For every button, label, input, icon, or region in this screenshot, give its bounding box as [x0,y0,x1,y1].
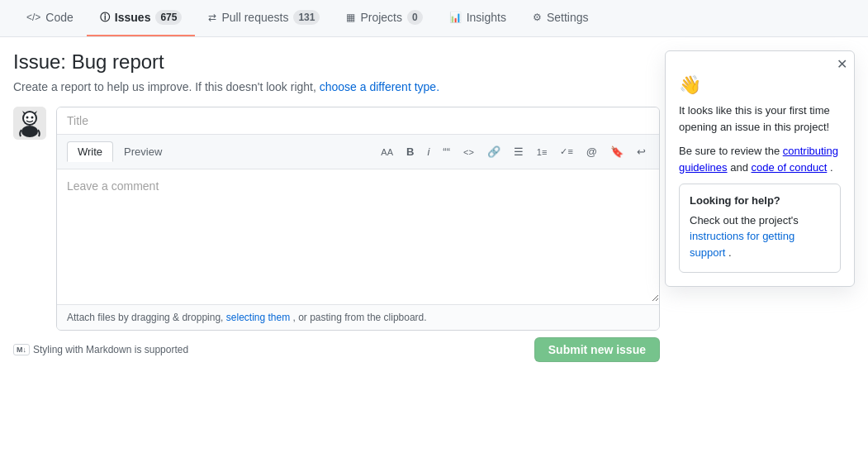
avatar [13,107,46,140]
issue-form: Write Preview AA B i ““ <> 🔗 ☰ 1≡ ✓≡ @ [13,107,660,331]
subtitle: Create a report to help us improve. If t… [13,80,660,93]
ordered-list-icon[interactable]: 1≡ [534,145,551,159]
insights-icon: 📊 [449,12,462,23]
page-title: Issue: Bug report [13,50,660,74]
select-files-link[interactable]: selecting them [226,312,290,323]
projects-icon: ▦ [346,12,355,23]
form-footer: M↓ Styling with Markdown is supported Su… [13,337,660,362]
undo-icon[interactable]: ↩ [633,144,649,160]
svg-point-5 [21,126,38,137]
bold-icon[interactable]: B [403,144,417,160]
issues-icon: ⓘ [100,11,110,25]
tooltip-body: 👋 It looks like this is your first time … [666,71,854,286]
tooltip-text2: Be sure to review the contributing guide… [679,143,841,175]
issues-badge: 675 [155,10,182,25]
markdown-icon: M↓ [13,344,30,355]
unordered-list-icon[interactable]: ☰ [510,144,527,160]
write-preview-tabs: Write Preview [67,141,173,162]
comment-textarea[interactable] [57,169,659,302]
pr-icon: ⇄ [208,12,216,23]
left-section: Issue: Bug report Create a report to hel… [13,50,660,362]
attach-area: Attach files by dragging & dropping, sel… [57,304,659,330]
font-size-icon[interactable]: AA [377,145,396,159]
help-title: Looking for help? [690,193,830,209]
quote-icon[interactable]: ““ [439,144,453,160]
italic-icon[interactable]: i [424,144,433,160]
form-body: Write Preview AA B i ““ <> 🔗 ☰ 1≡ ✓≡ @ [56,107,660,331]
settings-icon: ⚙ [533,12,542,23]
wave-emoji: 👋 [679,74,841,96]
tooltip-popup: ✕ 👋 It looks like this is your first tim… [665,50,855,287]
tooltip-text1: It looks like this is your first time op… [679,103,841,135]
toolbar-icons: AA B i ““ <> 🔗 ☰ 1≡ ✓≡ @ 🔖 ↩ [377,144,649,160]
help-text: Check out the project's instructions for… [690,212,830,261]
tooltip-close-icon[interactable]: ✕ [837,58,847,71]
tooltip-header: ✕ [666,51,854,71]
conduct-link[interactable]: code of conduct [752,161,828,174]
code-inline-icon[interactable]: <> [460,145,477,159]
pr-badge: 131 [293,10,320,25]
markdown-hint: M↓ Styling with Markdown is supported [13,344,188,355]
code-icon: </> [26,12,40,23]
mention-icon[interactable]: @ [583,144,600,160]
instructions-link[interactable]: instructions for getting support [690,230,794,259]
bookmark-icon[interactable]: 🔖 [607,144,627,160]
link-icon[interactable]: 🔗 [484,144,504,160]
title-input[interactable] [57,107,659,135]
preview-tab[interactable]: Preview [113,141,173,162]
change-type-link[interactable]: choose a different type. [320,80,439,93]
main-content: Issue: Bug report Create a report to hel… [0,37,868,362]
tab-insights[interactable]: 📊 Insights [436,1,519,36]
projects-badge: 0 [407,10,423,25]
tab-issues[interactable]: ⓘ Issues 675 [87,0,196,36]
write-tab[interactable]: Write [67,141,113,162]
editor-tabs: Write Preview AA B i ““ <> 🔗 ☰ 1≡ ✓≡ @ [57,135,659,169]
tooltip-help-box: Looking for help? Check out the project'… [679,184,841,273]
tab-projects[interactable]: ▦ Projects 0 [333,0,435,36]
svg-point-4 [31,117,34,119]
sidebar: Assignees ⚙ No one—assign yourself Label… [673,50,855,362]
nav-tabs: </> Code ⓘ Issues 675 ⇄ Pull requests 13… [0,0,868,37]
tab-code[interactable]: </> Code [13,1,87,36]
tab-pull-requests[interactable]: ⇄ Pull requests 131 [195,0,333,36]
task-list-icon[interactable]: ✓≡ [557,145,576,159]
tab-settings[interactable]: ⚙ Settings [519,1,602,36]
submit-button[interactable]: Submit new issue [534,337,660,362]
svg-point-3 [26,117,29,119]
